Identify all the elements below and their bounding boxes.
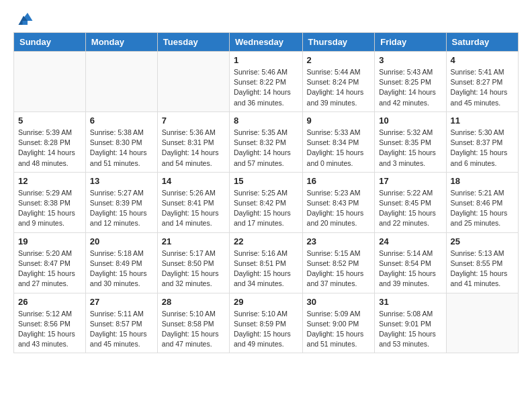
day-info: Sunrise: 5:32 AM Sunset: 8:35 PM Dayligh… — [379, 128, 441, 169]
day-info: Sunrise: 5:21 AM Sunset: 8:46 PM Dayligh… — [451, 188, 514, 229]
day-number: 8 — [234, 116, 298, 126]
calendar-cell: 5Sunrise: 5:39 AM Sunset: 8:28 PM Daylig… — [14, 111, 86, 172]
day-number: 25 — [451, 236, 514, 246]
logo-icon — [13, 11, 34, 27]
calendar-wrapper: SundayMondayTuesdayWednesdayThursdayFrid… — [0, 32, 532, 360]
calendar-cell — [14, 52, 86, 112]
calendar-cell: 9Sunrise: 5:33 AM Sunset: 8:34 PM Daylig… — [302, 111, 375, 172]
day-info: Sunrise: 5:44 AM Sunset: 8:24 PM Dayligh… — [307, 67, 371, 108]
calendar-cell: 6Sunrise: 5:38 AM Sunset: 8:30 PM Daylig… — [85, 111, 157, 172]
weekday-header-thursday: Thursday — [302, 33, 375, 52]
day-number: 16 — [307, 176, 371, 186]
calendar-cell: 13Sunrise: 5:27 AM Sunset: 8:39 PM Dayli… — [85, 172, 157, 232]
weekday-header-friday: Friday — [375, 33, 446, 52]
day-number: 30 — [307, 297, 371, 307]
day-number: 22 — [234, 236, 298, 246]
day-number: 4 — [451, 55, 514, 65]
day-number: 29 — [234, 297, 298, 307]
calendar-cell: 30Sunrise: 5:09 AM Sunset: 9:00 PM Dayli… — [302, 293, 375, 353]
calendar-cell: 17Sunrise: 5:22 AM Sunset: 8:45 PM Dayli… — [375, 172, 446, 232]
calendar-cell: 25Sunrise: 5:13 AM Sunset: 8:55 PM Dayli… — [446, 232, 518, 293]
calendar-cell: 22Sunrise: 5:16 AM Sunset: 8:51 PM Dayli… — [230, 232, 303, 293]
calendar-cell: 21Sunrise: 5:17 AM Sunset: 8:50 PM Dayli… — [157, 232, 229, 293]
calendar-cell — [85, 52, 157, 112]
calendar-cell: 1Sunrise: 5:46 AM Sunset: 8:22 PM Daylig… — [230, 52, 303, 112]
weekday-header-row: SundayMondayTuesdayWednesdayThursdayFrid… — [14, 33, 519, 52]
day-info: Sunrise: 5:20 AM Sunset: 8:47 PM Dayligh… — [18, 248, 81, 289]
day-number: 24 — [379, 236, 441, 246]
weekday-header-monday: Monday — [85, 33, 157, 52]
day-info: Sunrise: 5:26 AM Sunset: 8:41 PM Dayligh… — [162, 188, 225, 229]
day-info: Sunrise: 5:27 AM Sunset: 8:39 PM Dayligh… — [90, 188, 153, 229]
day-number: 26 — [18, 297, 81, 307]
day-info: Sunrise: 5:39 AM Sunset: 8:28 PM Dayligh… — [18, 128, 81, 169]
calendar-cell: 27Sunrise: 5:11 AM Sunset: 8:57 PM Dayli… — [85, 293, 157, 353]
day-info: Sunrise: 5:12 AM Sunset: 8:56 PM Dayligh… — [18, 309, 81, 350]
day-number: 14 — [162, 176, 225, 186]
week-row-2: 5Sunrise: 5:39 AM Sunset: 8:28 PM Daylig… — [14, 111, 519, 172]
day-info: Sunrise: 5:25 AM Sunset: 8:42 PM Dayligh… — [234, 188, 298, 229]
day-number: 28 — [162, 297, 225, 307]
calendar-cell: 15Sunrise: 5:25 AM Sunset: 8:42 PM Dayli… — [230, 172, 303, 232]
calendar-cell: 23Sunrise: 5:15 AM Sunset: 8:52 PM Dayli… — [302, 232, 375, 293]
day-info: Sunrise: 5:38 AM Sunset: 8:30 PM Dayligh… — [90, 128, 153, 169]
weekday-header-tuesday: Tuesday — [157, 33, 229, 52]
day-info: Sunrise: 5:13 AM Sunset: 8:55 PM Dayligh… — [451, 248, 514, 289]
day-number: 18 — [451, 176, 514, 186]
calendar-cell: 29Sunrise: 5:10 AM Sunset: 8:59 PM Dayli… — [230, 293, 303, 353]
day-info: Sunrise: 5:14 AM Sunset: 8:54 PM Dayligh… — [379, 248, 441, 289]
day-info: Sunrise: 5:11 AM Sunset: 8:57 PM Dayligh… — [90, 309, 153, 350]
calendar-cell: 24Sunrise: 5:14 AM Sunset: 8:54 PM Dayli… — [375, 232, 446, 293]
day-info: Sunrise: 5:30 AM Sunset: 8:37 PM Dayligh… — [451, 128, 514, 169]
day-info: Sunrise: 5:18 AM Sunset: 8:49 PM Dayligh… — [90, 248, 153, 289]
day-number: 15 — [234, 176, 298, 186]
day-info: Sunrise: 5:16 AM Sunset: 8:51 PM Dayligh… — [234, 248, 298, 289]
day-info: Sunrise: 5:35 AM Sunset: 8:32 PM Dayligh… — [234, 128, 298, 169]
calendar-cell: 7Sunrise: 5:36 AM Sunset: 8:31 PM Daylig… — [157, 111, 229, 172]
day-number: 17 — [379, 176, 441, 186]
day-number: 23 — [307, 236, 371, 246]
calendar-cell: 11Sunrise: 5:30 AM Sunset: 8:37 PM Dayli… — [446, 111, 518, 172]
day-number: 7 — [162, 116, 225, 126]
calendar-table: SundayMondayTuesdayWednesdayThursdayFrid… — [13, 32, 519, 353]
calendar-cell: 18Sunrise: 5:21 AM Sunset: 8:46 PM Dayli… — [446, 172, 518, 232]
weekday-header-sunday: Sunday — [14, 33, 86, 52]
day-number: 13 — [90, 176, 153, 186]
day-info: Sunrise: 5:08 AM Sunset: 9:01 PM Dayligh… — [379, 309, 441, 350]
day-info: Sunrise: 5:43 AM Sunset: 8:25 PM Dayligh… — [379, 67, 441, 108]
calendar-cell: 26Sunrise: 5:12 AM Sunset: 8:56 PM Dayli… — [14, 293, 86, 353]
day-info: Sunrise: 5:17 AM Sunset: 8:50 PM Dayligh… — [162, 248, 225, 289]
day-info: Sunrise: 5:23 AM Sunset: 8:43 PM Dayligh… — [307, 188, 371, 229]
day-number: 9 — [307, 116, 371, 126]
day-info: Sunrise: 5:22 AM Sunset: 8:45 PM Dayligh… — [379, 188, 441, 229]
day-number: 12 — [18, 176, 81, 186]
calendar-cell: 28Sunrise: 5:10 AM Sunset: 8:58 PM Dayli… — [157, 293, 229, 353]
calendar-cell: 12Sunrise: 5:29 AM Sunset: 8:38 PM Dayli… — [14, 172, 86, 232]
calendar-cell: 2Sunrise: 5:44 AM Sunset: 8:24 PM Daylig… — [302, 52, 375, 112]
day-number: 1 — [234, 55, 298, 65]
week-row-4: 19Sunrise: 5:20 AM Sunset: 8:47 PM Dayli… — [14, 232, 519, 293]
day-number: 20 — [90, 236, 153, 246]
week-row-3: 12Sunrise: 5:29 AM Sunset: 8:38 PM Dayli… — [14, 172, 519, 232]
day-info: Sunrise: 5:09 AM Sunset: 9:00 PM Dayligh… — [307, 309, 371, 350]
day-info: Sunrise: 5:46 AM Sunset: 8:22 PM Dayligh… — [234, 67, 298, 108]
day-number: 31 — [379, 297, 441, 307]
day-number: 11 — [451, 116, 514, 126]
calendar-cell: 10Sunrise: 5:32 AM Sunset: 8:35 PM Dayli… — [375, 111, 446, 172]
calendar-cell: 20Sunrise: 5:18 AM Sunset: 8:49 PM Dayli… — [85, 232, 157, 293]
calendar-cell: 19Sunrise: 5:20 AM Sunset: 8:47 PM Dayli… — [14, 232, 86, 293]
day-number: 3 — [379, 55, 441, 65]
day-info: Sunrise: 5:41 AM Sunset: 8:27 PM Dayligh… — [451, 67, 514, 108]
calendar-cell — [157, 52, 229, 112]
calendar-cell: 4Sunrise: 5:41 AM Sunset: 8:27 PM Daylig… — [446, 52, 518, 112]
calendar-cell — [446, 293, 518, 353]
calendar-cell: 31Sunrise: 5:08 AM Sunset: 9:01 PM Dayli… — [375, 293, 446, 353]
week-row-1: 1Sunrise: 5:46 AM Sunset: 8:22 PM Daylig… — [14, 52, 519, 112]
day-number: 19 — [18, 236, 81, 246]
day-info: Sunrise: 5:10 AM Sunset: 8:58 PM Dayligh… — [162, 309, 225, 350]
day-info: Sunrise: 5:10 AM Sunset: 8:59 PM Dayligh… — [234, 309, 298, 350]
calendar-cell: 8Sunrise: 5:35 AM Sunset: 8:32 PM Daylig… — [230, 111, 303, 172]
logo — [13, 11, 36, 27]
calendar-cell: 14Sunrise: 5:26 AM Sunset: 8:41 PM Dayli… — [157, 172, 229, 232]
day-number: 5 — [18, 116, 81, 126]
